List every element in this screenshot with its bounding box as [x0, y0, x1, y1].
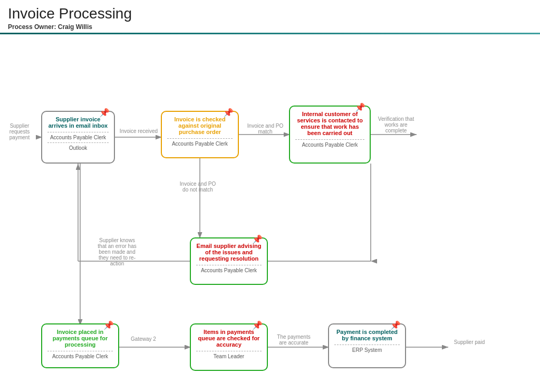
- box2-title: Invoice is checked against original purc…: [167, 116, 233, 135]
- process-owner: Process Owner: Craig Willis: [8, 23, 532, 31]
- box3-role: Accounts Payable Clerk: [295, 142, 364, 148]
- box-invoice-check[interactable]: 📌 Invoice is checked against original pu…: [161, 111, 239, 158]
- box7-role: ERP System: [334, 347, 400, 353]
- label-invoice-po-no-match: Invoice and PO do not match: [169, 181, 227, 193]
- box7-title: Payment is completed by finance system: [334, 329, 400, 341]
- box6-role: Team Leader: [196, 353, 262, 359]
- page-title: Invoice Processing: [8, 5, 532, 22]
- label-gateway2: Gateway 2: [125, 336, 162, 342]
- box-invoice-queue[interactable]: 📌 Invoice placed in payments queue for p…: [41, 323, 119, 368]
- clip-icon-1: 📌: [99, 108, 110, 118]
- box5-role: Accounts Payable Clerk: [47, 353, 113, 359]
- label-supplier-knows: Supplier knows that an error has been ma…: [85, 237, 149, 266]
- box5-title: Invoice placed in payments queue for pro…: [47, 329, 113, 348]
- box6-title: Items in payments queue are checked for …: [196, 329, 262, 348]
- box-payment-completed[interactable]: 📌 Payment is completed by finance system…: [328, 323, 406, 368]
- clip-icon-6: 📌: [252, 320, 263, 330]
- label-invoice-po-match: Invoice and PO match: [242, 123, 289, 135]
- label-verification: Verification that works are complete: [372, 116, 420, 133]
- diagram-area: Supplier requests payment Invoice receiv…: [0, 34, 540, 392]
- box1-title: Supplier invoice arrives in email inbox: [47, 116, 109, 129]
- label-payments-accurate: The payments are accurate: [270, 334, 317, 346]
- label-supplier-paid: Supplier paid: [451, 339, 488, 345]
- clip-icon-7: 📌: [390, 320, 401, 330]
- box4-role: Accounts Payable Clerk: [196, 267, 262, 273]
- clip-icon-3: 📌: [355, 102, 365, 112]
- label-supplier-requests: Supplier requests payment: [1, 123, 38, 140]
- clip-icon-5: 📌: [103, 320, 114, 330]
- box-supplier-invoice[interactable]: 📌 Supplier invoice arrives in email inbo…: [41, 111, 115, 164]
- box-payments-queue-check[interactable]: 📌 Items in payments queue are checked fo…: [190, 323, 268, 371]
- box-email-supplier[interactable]: 📌 Email supplier advising of the issues …: [190, 237, 268, 285]
- process-owner-label: Process Owner:: [8, 23, 56, 31]
- clip-icon-2: 📌: [223, 108, 234, 118]
- page-header: Invoice Processing Process Owner: Craig …: [0, 0, 540, 33]
- box-internal-customer[interactable]: 📌 Internal customer of services is conta…: [289, 106, 371, 164]
- box1-system: Outlook: [47, 145, 109, 151]
- process-owner-name: Craig Willis: [58, 23, 92, 31]
- box1-role: Accounts Payable Clerk: [47, 135, 109, 140]
- clip-icon-4: 📌: [252, 234, 263, 244]
- box2-role: Accounts Payable Clerk: [167, 141, 233, 147]
- box3-title: Internal customer of services is contact…: [295, 111, 364, 136]
- box4-title: Email supplier advising of the issues an…: [196, 243, 262, 262]
- label-invoice-received: Invoice received: [118, 128, 160, 134]
